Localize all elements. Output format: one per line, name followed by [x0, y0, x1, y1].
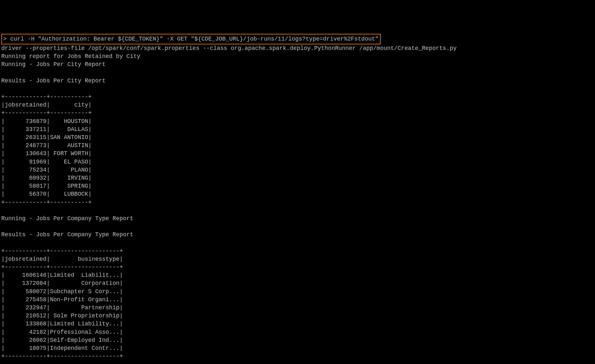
- table-row: | 1372084| Corporation|: [0, 280, 123, 286]
- table-row: | 91969| EL PASO|: [0, 159, 92, 165]
- table-row: | 58017| SPRING|: [0, 183, 92, 189]
- table2-separator-top: +------------+--------------------+: [0, 248, 123, 254]
- section2-running: Running - Jobs Per Company Type Report: [0, 215, 133, 222]
- table-row: | 60932| IRVING|: [0, 175, 92, 181]
- table-row: | 736879| HOUSTON|: [0, 118, 92, 125]
- table2-header: |jobsretained| businesstype|: [0, 256, 123, 262]
- section1-results: Results - Jobs Per City Report: [0, 78, 106, 84]
- section1-running: Running - Jobs Per City Report: [0, 61, 106, 68]
- table-row: | 263115|SAN ANTONIO|: [0, 134, 92, 141]
- table-row: | 337211| DALLAS|: [0, 126, 92, 133]
- table-row: | 1606146|Limited Liabilit...|: [0, 272, 123, 278]
- table-row: | 133868|Limited Liability...|: [0, 321, 123, 327]
- table1-separator-mid: +------------+-----------+: [0, 110, 92, 116]
- table1-separator-bottom: +------------+-----------+: [0, 199, 92, 206]
- table2-separator-mid: +------------+--------------------+: [0, 264, 123, 270]
- table-row: | 56370| LUBBOCK|: [0, 191, 92, 197]
- command-text: curl -H "Authorization: Bearer ${CDE_TOK…: [10, 36, 379, 42]
- table1-header: |jobsretained| city|: [0, 102, 92, 108]
- table-row: | 130643| FORT WORTH|: [0, 150, 92, 157]
- table-row: | 232947| Partnership|: [0, 304, 123, 311]
- command-line: > curl -H "Authorization: Bearer ${CDE_T…: [1, 34, 381, 44]
- table-row: | 580072|Subchapter S Corp...|: [0, 288, 123, 295]
- terminal-output: > curl -H "Authorization: Bearer ${CDE_T…: [0, 33, 595, 361]
- section2-results: Results - Jobs Per Company Type Report: [0, 231, 133, 238]
- running-report-line: Running report for Jobs Retained by City: [0, 53, 140, 60]
- table-row: | 275458|Non-Profit Organi...|: [0, 296, 123, 303]
- table-row: | 42182|Professional Asso...|: [0, 329, 123, 335]
- table-row: | 248773| AUSTIN|: [0, 142, 92, 149]
- driver-line: driver --properties-file /opt/spark/conf…: [0, 45, 457, 51]
- table-row: | 210512| Sole Proprietorship|: [0, 313, 123, 319]
- table2-separator-bottom: +------------+--------------------+: [0, 353, 123, 359]
- table1-separator-top: +------------+-----------+: [0, 94, 92, 100]
- table-row: | 75234| PLANO|: [0, 167, 92, 173]
- table-row: | 26062|Self-Employed Ind...|: [0, 337, 123, 343]
- prompt: >: [3, 36, 7, 42]
- table-row: | 18075|Independent Contr...|: [0, 345, 123, 351]
